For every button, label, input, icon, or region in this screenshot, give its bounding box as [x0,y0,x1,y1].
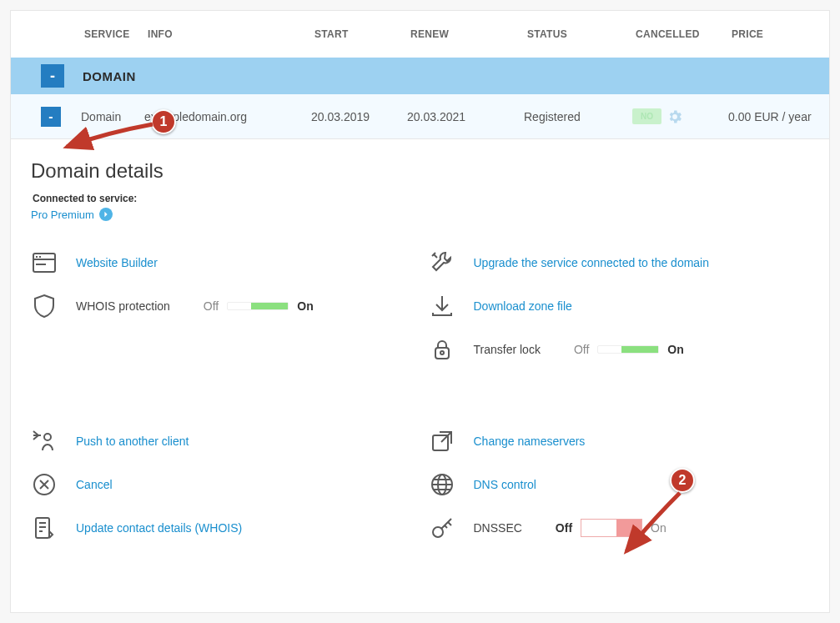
push-client-link[interactable]: Push to another client [31,420,412,463]
gear-icon[interactable] [666,108,683,125]
svg-point-5 [44,434,51,440]
col-renew: RENEW [407,28,524,40]
upgrade-service-link[interactable]: Upgrade the service connected to the dom… [429,241,810,284]
cell-renew: 20.03.2021 [407,110,524,123]
chevron-right-icon [99,208,113,221]
svg-line-26 [445,525,447,528]
cell-service: Domain [81,110,144,123]
lock-icon [429,336,455,363]
document-edit-icon [31,515,58,541]
browser-icon [31,249,58,276]
whois-toggle[interactable]: Off On [204,299,314,313]
col-service: SERVICE [11,28,144,40]
transfer-lock-toggle[interactable]: Off On [574,343,684,356]
svg-line-25 [448,522,451,525]
cell-cancelled: NO [632,108,728,125]
dns-control-link[interactable]: DNS control [429,463,810,506]
transfer-lock: Transfer lock Off On [429,328,810,371]
details-title: Domain details [31,159,809,183]
col-cancelled: CANCELLED [632,28,728,40]
col-status: STATUS [524,28,632,40]
shield-icon [31,293,58,319]
group-row-domain[interactable]: - DOMAIN [11,58,829,94]
annotation-marker-2: 2 [670,468,695,493]
download-zone-link[interactable]: Download zone file [429,284,810,328]
cancel-link[interactable]: Cancel [31,463,412,506]
svg-point-16 [440,351,444,354]
connected-service-name: Pro Premium [31,209,94,221]
cell-status: Registered [524,110,632,123]
domain-details: Domain details Connected to service: Pro… [11,139,829,550]
collapse-group-button[interactable]: - [41,64,64,88]
tools-icon [429,249,455,276]
update-whois-link[interactable]: Update contact details (WHOIS) [31,506,412,550]
key-icon [429,515,455,541]
col-start: START [311,28,407,40]
dnssec-toggle[interactable]: Off On [556,519,666,537]
col-price: PRICE [728,28,828,40]
whois-protection: WHOIS protection Off On [31,284,412,328]
connected-label: Connected to service: [33,193,809,204]
collapse-row-button[interactable]: - [41,107,61,127]
close-circle-icon [31,471,58,498]
col-info: INFO [144,28,311,40]
cell-price: 0.00 EUR / year [728,110,828,123]
download-icon [429,293,455,319]
annotation-marker-1: 1 [151,109,176,134]
table-row[interactable]: - Domain exampledomain.org 20.03.2019 20… [11,94,829,139]
cancelled-badge: NO [632,108,661,124]
table-header: SERVICE INFO START RENEW STATUS CANCELLE… [11,11,829,58]
push-icon [31,428,58,455]
cell-start: 20.03.2019 [311,110,407,123]
website-builder-link[interactable]: Website Builder [31,241,412,284]
connected-service-link[interactable]: Pro Premium [31,208,113,221]
group-label: DOMAIN [83,69,136,83]
svg-rect-15 [435,348,449,359]
external-icon [429,428,455,455]
globe-icon [429,471,455,498]
dnssec: DNSSEC Off On [429,506,810,550]
change-nameservers-link[interactable]: Change nameservers [429,420,810,463]
